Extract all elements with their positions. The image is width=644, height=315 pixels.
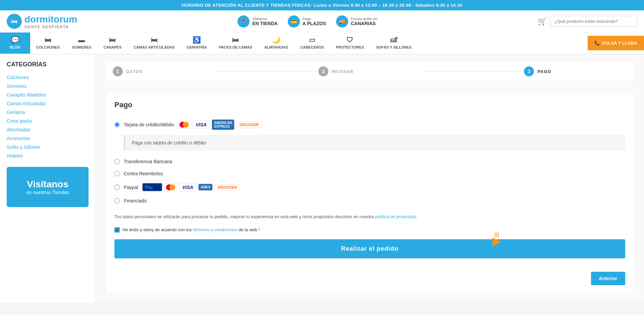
logo-area: 🛏 dormitorum GENTE DESPIERTA	[7, 14, 77, 29]
camas-articuladas-icon: 🛏	[151, 36, 158, 44]
step-datos: 1 DATOS	[113, 66, 216, 76]
nav-bar: 💬 BLOG 🛏 COLCHONES ▬ SOMIERES 🛏 CANAPÉS …	[0, 33, 644, 54]
sidebar-item-hoteles[interactable]: Hoteles	[7, 151, 89, 160]
location-icon: 📍	[237, 15, 250, 27]
step-3-label: PAGO	[537, 69, 551, 74]
payment-icon: 💳	[288, 15, 300, 27]
cursor-arrow-icon: ▶	[492, 236, 501, 247]
colchones-icon: 🛏	[45, 36, 51, 44]
payment-section: Pago Tarjeta de crédito/débito VISA AMER…	[106, 92, 634, 294]
reembolso-label[interactable]: Contra Reembolso	[124, 171, 163, 176]
sidebar-item-sofas[interactable]: Sofás y Sillones	[7, 143, 89, 151]
paypal-logo-badge: PayPal	[142, 183, 163, 191]
nav-item-almohadas[interactable]: 🌙 ALMOHADAS	[258, 33, 294, 54]
nav-item-colchones[interactable]: 🛏 COLCHONES	[30, 33, 66, 54]
paypal-amex-badge: AMEX	[198, 184, 213, 191]
terms-label[interactable]: He leído y estoy de acuerdo con los térm…	[122, 227, 260, 232]
cart-icon[interactable]: 🛒	[538, 17, 547, 26]
transfer-radio[interactable]	[114, 159, 120, 164]
logo-icon: 🛏	[7, 14, 22, 29]
content-area: 1 DATOS 2 REVISAR 3 PAGO Pago	[96, 54, 644, 302]
main-layout: CATEGORÍAS Colchones Somieres Canapés Ab…	[0, 54, 644, 302]
reembolso-radio[interactable]	[114, 171, 120, 176]
nav-item-camas-articuladas[interactable]: 🛏 CAMAS ARTICULADAS	[127, 33, 180, 54]
sidebar-item-camas[interactable]: Camas Articuladas	[7, 99, 89, 108]
credit-radio[interactable]	[114, 122, 120, 127]
paypal-discover-badge: DISCOVER	[215, 184, 240, 191]
search-area: 🛒	[538, 16, 637, 27]
anterior-button[interactable]: Anterior	[591, 272, 625, 285]
sidebar-item-almohadas[interactable]: Almohadas	[7, 125, 89, 134]
sidebar-item-geriatria[interactable]: Geriatría	[7, 108, 89, 117]
step-3-circle: 3	[524, 66, 534, 76]
step-2-circle: 2	[318, 66, 328, 76]
step-pago: 3 PAGO	[524, 66, 627, 76]
visa-badge: VISA	[193, 121, 210, 129]
feature-pago: 💳 Pago A PLAZOS	[288, 15, 326, 27]
cursor-indicator: ▶	[492, 233, 501, 247]
almohadas-icon: 🌙	[272, 36, 280, 44]
nav-item-packs[interactable]: 🛏 PACKS DE CAMAS	[213, 33, 258, 54]
step-1-label: DATOS	[126, 69, 143, 74]
feature-envios: 🚚 Envíos gratis en CANARIAS	[336, 15, 377, 27]
payment-option-transfer: Transferencia Bancaria	[114, 155, 625, 168]
credit-info-box: Paga con tarjeta de crédito o débito	[124, 135, 625, 150]
nav-item-canapes[interactable]: 🛏 CANAPÉS	[97, 33, 127, 54]
delivery-icon: 🚚	[336, 15, 348, 27]
sidebar-item-colchones[interactable]: Colchones	[7, 73, 89, 82]
financiado-radio[interactable]	[114, 198, 120, 203]
btn-row-bottom: Anterior	[114, 265, 625, 285]
nav-item-cabeceros[interactable]: ▭ CABECEROS	[294, 33, 330, 54]
submit-button[interactable]: Realizar el pedido ▶	[114, 239, 625, 258]
logo-main[interactable]: dormitorum	[24, 14, 77, 25]
sidebar-title: CATEGORÍAS	[7, 61, 89, 68]
nav-item-sofas[interactable]: 🛋 SOFÁS Y SILLONES	[370, 33, 418, 54]
nav-item-blog[interactable]: 💬 BLOG	[0, 33, 30, 54]
sidebar-item-somieres[interactable]: Somieres	[7, 82, 89, 90]
submit-button-wrapper: Realizar el pedido ▶	[114, 239, 625, 258]
protectores-icon: 🛡	[346, 36, 353, 44]
paypal-visa-badge: VISA	[179, 183, 196, 191]
nav-item-somieres[interactable]: ▬ SOMIERES	[66, 33, 97, 54]
terms-checkbox[interactable]	[114, 227, 120, 233]
sidebar-item-canapes[interactable]: Canapés Abatibles	[7, 90, 89, 99]
paypal-radio[interactable]	[114, 185, 120, 190]
paypal-mc-badge	[164, 183, 177, 191]
top-banner: HORARIO DE ATENCIÓN AL CLIENTE Y TIENDAS…	[0, 0, 644, 10]
paypal-badges: PayPal VISA AMEX DISCOVER	[142, 183, 240, 191]
sidebar-banner: Visítanos en nuestras Tiendas	[7, 167, 89, 207]
sidebar-item-crear-packs[interactable]: Crear packs	[7, 117, 89, 125]
step-1-circle: 1	[113, 66, 123, 76]
amex-badge: AMERICANEXPRESS	[212, 119, 234, 130]
terms-link[interactable]: términos y condiciones	[193, 227, 237, 232]
financiado-label[interactable]: Financiado	[124, 198, 147, 203]
payment-option-credit: Tarjeta de crédito/débito VISA AMERICANE…	[114, 116, 625, 133]
cabeceros-icon: ▭	[309, 36, 315, 44]
nav-item-geriatria[interactable]: ♿ GERIATRÍA	[181, 33, 213, 54]
sidebar-item-accesorios[interactable]: Accesorios	[7, 134, 89, 143]
canapes-icon: 🛏	[109, 36, 116, 44]
search-input[interactable]	[550, 16, 637, 27]
terms-row: He leído y estoy de acuerdo con los térm…	[114, 227, 625, 233]
nav-item-protectores[interactable]: 🛡 PROTECTORES	[330, 33, 370, 54]
sofas-icon: 🛋	[390, 36, 397, 44]
paypal-label[interactable]: Paypal	[124, 185, 138, 190]
step-2-label: REVISAR	[332, 69, 354, 74]
credit-label[interactable]: Tarjeta de crédito/débito	[124, 122, 174, 127]
required-mark: *	[258, 227, 260, 232]
header-features: 📍 Visitanos EN TIENDA 💳 Pago A PLAZOS 🚚 …	[87, 15, 528, 27]
somieres-icon: ▬	[78, 36, 85, 44]
transfer-label[interactable]: Transferencia Bancaria	[124, 159, 172, 164]
packs-icon: 🛏	[232, 36, 239, 44]
sidebar: CATEGORÍAS Colchones Somieres Canapés Ab…	[0, 54, 96, 302]
mastercard-badge	[178, 121, 191, 129]
payment-option-paypal: Paypal PayPal VISA AMEX DISCOVER	[114, 180, 625, 195]
privacy-link[interactable]: política de privacidad.	[375, 214, 418, 219]
step-revisar: 2 REVISAR	[318, 66, 421, 76]
payment-option-financiado: Financiado	[114, 195, 625, 207]
card-badges: VISA AMERICANEXPRESS DISCOVER	[178, 119, 262, 130]
header: 🛏 dormitorum GENTE DESPIERTA 📍 Visitanos…	[0, 10, 644, 33]
nav-call-button[interactable]: 📞 PULSA Y LLAMA	[588, 36, 644, 50]
geriatria-icon: ♿	[193, 36, 201, 44]
checkout-steps: 1 DATOS 2 REVISAR 3 PAGO	[106, 61, 634, 82]
